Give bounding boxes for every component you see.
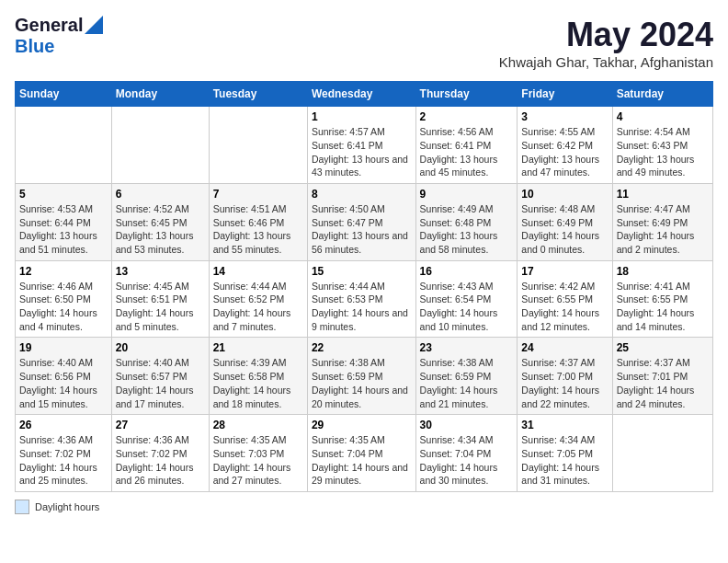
day-sunrise: Sunrise: 4:35 AM [312,433,412,447]
day-number: 13 [116,265,205,278]
day-number: 26 [19,419,108,431]
calendar-cell: 11 Sunrise: 4:47 AM Sunset: 6:49 PM Dayl… [612,183,712,260]
calendar-cell: 26 Sunrise: 4:36 AM Sunset: 7:02 PM Dayl… [16,415,112,492]
title-block: May 2024 Khwajah Ghar, Takhar, Afghanist… [499,15,713,70]
day-daylight: Daylight: 13 hours and 53 minutes. [116,229,205,256]
header-sunday: Sunday [16,82,112,107]
calendar-cell: 9 Sunrise: 4:49 AM Sunset: 6:48 PM Dayli… [415,183,518,260]
day-daylight: Daylight: 14 hours and 21 minutes. [420,384,514,410]
day-daylight: Daylight: 14 hours and 18 minutes. [213,384,303,410]
day-number: 16 [420,265,514,278]
calendar-cell [612,415,712,492]
day-number: 19 [19,341,108,354]
page-title: May 2024 [499,15,713,54]
calendar-cell: 31 Sunrise: 4:34 AM Sunset: 7:05 PM Dayl… [518,415,612,492]
day-daylight: Daylight: 14 hours and 0 minutes. [521,229,608,256]
day-sunset: Sunset: 6:56 PM [19,370,108,384]
day-sunset: Sunset: 7:05 PM [521,447,608,461]
day-sunrise: Sunrise: 4:43 AM [420,280,514,293]
day-number: 31 [521,419,608,431]
calendar-cell [16,107,112,184]
calendar-cell: 14 Sunrise: 4:44 AM Sunset: 6:52 PM Dayl… [209,260,307,338]
day-daylight: Daylight: 14 hours and 15 minutes. [19,384,108,410]
calendar-cell: 17 Sunrise: 4:42 AM Sunset: 6:55 PM Dayl… [518,260,612,338]
day-sunset: Sunset: 6:51 PM [116,293,205,306]
day-number: 21 [213,341,303,354]
day-sunset: Sunset: 6:59 PM [312,370,412,384]
day-sunset: Sunset: 7:02 PM [116,447,205,461]
day-sunrise: Sunrise: 4:54 AM [617,125,709,139]
day-number: 27 [116,419,205,431]
day-number: 4 [617,110,709,123]
week-row-3: 19 Sunrise: 4:40 AM Sunset: 6:56 PM Dayl… [16,338,713,415]
day-daylight: Daylight: 13 hours and 49 minutes. [617,153,709,179]
header-tuesday: Tuesday [209,82,307,107]
day-sunrise: Sunrise: 4:49 AM [420,202,514,216]
calendar-cell: 19 Sunrise: 4:40 AM Sunset: 6:56 PM Dayl… [16,338,112,415]
daylight-legend-swatch [15,500,29,514]
day-sunrise: Sunrise: 4:37 AM [521,356,608,370]
day-sunrise: Sunrise: 4:34 AM [521,433,608,447]
day-number: 14 [213,265,303,278]
calendar-cell: 1 Sunrise: 4:57 AM Sunset: 6:41 PM Dayli… [307,107,415,184]
calendar-cell [209,107,307,184]
day-daylight: Daylight: 13 hours and 45 minutes. [420,153,514,179]
day-sunset: Sunset: 6:50 PM [19,293,108,306]
day-daylight: Daylight: 13 hours and 47 minutes. [521,153,608,179]
day-number: 9 [420,188,514,201]
svg-marker-0 [85,16,103,34]
day-daylight: Daylight: 14 hours and 22 minutes. [521,384,608,410]
day-number: 22 [312,341,412,354]
day-number: 3 [521,110,608,123]
day-sunrise: Sunrise: 4:36 AM [116,433,205,447]
day-sunrise: Sunrise: 4:45 AM [116,280,205,293]
day-number: 17 [521,265,608,278]
header-saturday: Saturday [612,82,712,107]
calendar-cell: 6 Sunrise: 4:52 AM Sunset: 6:45 PM Dayli… [111,183,209,260]
calendar-cell: 4 Sunrise: 4:54 AM Sunset: 6:43 PM Dayli… [612,107,712,184]
day-number: 29 [312,419,412,431]
day-sunrise: Sunrise: 4:42 AM [521,280,608,293]
day-sunset: Sunset: 6:57 PM [116,370,205,384]
calendar-cell: 3 Sunrise: 4:55 AM Sunset: 6:42 PM Dayli… [518,107,612,184]
day-sunrise: Sunrise: 4:38 AM [312,356,412,370]
day-number: 12 [19,265,108,278]
day-number: 15 [312,265,412,278]
day-sunset: Sunset: 6:55 PM [521,293,608,306]
day-sunset: Sunset: 6:48 PM [420,216,514,230]
day-sunrise: Sunrise: 4:41 AM [617,280,709,293]
day-number: 11 [617,188,709,201]
calendar-cell: 20 Sunrise: 4:40 AM Sunset: 6:57 PM Dayl… [111,338,209,415]
day-daylight: Daylight: 14 hours and 24 minutes. [617,384,709,410]
day-sunrise: Sunrise: 4:44 AM [213,280,303,293]
day-daylight: Daylight: 14 hours and 27 minutes. [213,461,303,488]
day-sunset: Sunset: 6:55 PM [617,293,709,306]
day-daylight: Daylight: 14 hours and 9 minutes. [312,306,412,333]
day-daylight: Daylight: 13 hours and 56 minutes. [312,229,412,256]
logo-blue: Blue [15,36,54,57]
day-sunrise: Sunrise: 4:36 AM [19,433,108,447]
header-friday: Friday [518,82,612,107]
calendar-cell: 8 Sunrise: 4:50 AM Sunset: 6:47 PM Dayli… [307,183,415,260]
day-sunrise: Sunrise: 4:47 AM [617,202,709,216]
day-daylight: Daylight: 14 hours and 30 minutes. [420,461,514,488]
daylight-legend-label: Daylight hours [35,501,99,512]
day-daylight: Daylight: 14 hours and 31 minutes. [521,461,608,488]
day-sunset: Sunset: 6:53 PM [312,293,412,306]
day-daylight: Daylight: 14 hours and 5 minutes. [116,306,205,333]
day-sunset: Sunset: 6:47 PM [312,216,412,230]
day-sunset: Sunset: 6:49 PM [617,216,709,230]
page-header: General Blue May 2024 Khwajah Ghar, Takh… [15,15,713,70]
day-number: 7 [213,188,303,201]
day-sunset: Sunset: 6:58 PM [213,370,303,384]
calendar-cell: 10 Sunrise: 4:48 AM Sunset: 6:49 PM Dayl… [518,183,612,260]
logo-general: General [15,15,83,36]
day-daylight: Daylight: 14 hours and 12 minutes. [521,306,608,333]
calendar-cell: 23 Sunrise: 4:38 AM Sunset: 6:59 PM Dayl… [415,338,518,415]
day-sunset: Sunset: 6:52 PM [213,293,303,306]
day-number: 8 [312,188,412,201]
day-sunrise: Sunrise: 4:34 AM [420,433,514,447]
day-number: 1 [312,110,412,123]
calendar-cell: 24 Sunrise: 4:37 AM Sunset: 7:00 PM Dayl… [518,338,612,415]
calendar-cell: 5 Sunrise: 4:53 AM Sunset: 6:44 PM Dayli… [16,183,112,260]
